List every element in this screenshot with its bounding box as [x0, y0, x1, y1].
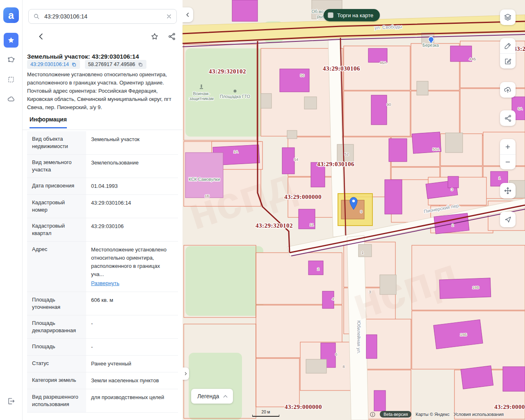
map-building: [287, 130, 297, 139]
tab-information[interactable]: Информация: [30, 116, 67, 128]
app-logo[interactable]: a: [3, 7, 19, 23]
auctions-on-map-toggle[interactable]: Торги на карте: [324, 9, 380, 21]
table-row: Площадь уточненная606 кв. м: [27, 292, 178, 315]
quarter-label: 43:29:030106: [323, 65, 360, 72]
info-label: Вид земельного участка: [27, 155, 86, 178]
favorites-button[interactable]: [4, 33, 18, 48]
building-number: 11: [310, 222, 314, 227]
table-row: Дата присвоения01.04.1993: [27, 178, 178, 195]
upload-button[interactable]: [500, 82, 516, 98]
search-input[interactable]: [43, 13, 162, 20]
pan-button[interactable]: [500, 183, 516, 199]
map-share-button[interactable]: [500, 110, 516, 126]
poi-label: КСК Самовулки: [189, 177, 220, 182]
info-label: Кадастровый номер: [27, 195, 86, 218]
yandex-copyright-link[interactable]: Карты © Яндекс: [415, 412, 450, 417]
expand-address-link[interactable]: Развернуть: [91, 279, 119, 288]
selection-tool-button[interactable]: [4, 72, 18, 87]
map-building: [306, 359, 326, 373]
layers-icon: [504, 13, 512, 21]
building-number: 1: [361, 250, 363, 255]
star-outline-icon: [151, 32, 159, 41]
search-bar: [28, 9, 177, 24]
cloud-upload-icon: [504, 86, 512, 94]
info-label: Площадь уточненная: [27, 292, 86, 315]
logout-button[interactable]: [4, 394, 18, 409]
building-number: 4: [332, 297, 334, 301]
building-number: 3: [369, 290, 371, 294]
scale-bar: 20 м: [252, 410, 279, 417]
plus-icon: [504, 143, 511, 151]
map-building: [461, 366, 493, 389]
left-rail: a: [0, 0, 23, 420]
cadastral-parcel: [256, 358, 299, 407]
layers-button[interactable]: [500, 9, 516, 25]
minus-icon: [504, 158, 511, 166]
zoom-in-button[interactable]: [500, 139, 516, 154]
street-label: Юбилейная ул.: [356, 320, 361, 354]
legend-button[interactable]: Легенда: [191, 389, 233, 404]
map-building: [380, 275, 396, 294]
scale-label: 20 м: [262, 410, 270, 414]
info-icon[interactable]: [370, 411, 376, 418]
building-number: 3: [451, 187, 453, 192]
locate-button[interactable]: [500, 212, 516, 227]
info-label: Площадь декларированная: [27, 315, 86, 338]
poi-label: Площадка ГТО: [220, 94, 250, 99]
back-button[interactable]: [37, 32, 46, 41]
measure-button[interactable]: [500, 38, 516, 53]
clear-search-button[interactable]: [166, 13, 172, 20]
building-number: 1: [498, 176, 500, 180]
info-label: Кадастровый квартал: [27, 218, 86, 241]
info-value: для производственных целей: [86, 389, 178, 412]
info-label: Категория земель: [27, 372, 86, 389]
expand-panel-button[interactable]: [183, 368, 189, 380]
info-label: Статус: [27, 356, 86, 372]
move-icon: [504, 187, 512, 195]
map-building: [304, 97, 317, 109]
edit-button[interactable]: [500, 53, 516, 68]
building-number: 1А: [233, 149, 238, 154]
page-title: Земельный участок: 43:29:030106:14: [27, 53, 179, 60]
table-row: Вид объекта недвижимостиЗемельный участо…: [27, 131, 178, 155]
coordinates-value: 58.276917 47.49586: [88, 62, 135, 67]
map-building: [232, 0, 258, 21]
building-number: 1Б: [205, 194, 210, 198]
building-number: 18Б: [460, 332, 467, 337]
back-icon: [37, 32, 46, 41]
building-number: 2: [317, 267, 319, 271]
table-row: Кадастровый номер43:29:030106:14: [27, 195, 178, 218]
quarter-label: 43:29:000000: [494, 404, 525, 410]
favorite-button[interactable]: [151, 32, 159, 41]
building-number: 9: [360, 209, 362, 214]
copy-icon[interactable]: [71, 62, 77, 67]
upload-control: [500, 82, 516, 98]
info-label: Вид разрешенного использования: [27, 389, 86, 412]
table-row: Категория земельЗемли населенных пунктов: [27, 372, 178, 389]
map-canvas[interactable]: нспднспдул. СвободыПионерский пер.Юбилей…: [183, 0, 525, 420]
draw-controls: [500, 38, 516, 68]
cadastral-number-value: 43:29:030106:14: [30, 62, 69, 67]
cadastral-parcel: [411, 91, 459, 136]
collapse-sidebar-button[interactable]: [183, 7, 193, 22]
copy-icon[interactable]: [138, 62, 143, 67]
zoom-out-button[interactable]: [500, 154, 516, 169]
auctions-checkbox[interactable]: [328, 12, 333, 18]
poi-label: Воинам-: [193, 91, 210, 96]
terms-link[interactable]: Условия использования: [454, 412, 504, 417]
table-row: АдресМестоположение установлено относите…: [27, 242, 178, 292]
map-building: [445, 133, 463, 153]
quarter-label: 43:29:000000: [285, 404, 322, 410]
coordinates-chip[interactable]: 58.276917 47.49586: [85, 60, 146, 69]
object-description: Местоположение установлено относительно …: [27, 71, 178, 112]
poi-label: Берёзка: [422, 43, 439, 48]
share-icon: [168, 32, 176, 41]
cloud-button[interactable]: [4, 92, 18, 107]
share-control: [500, 110, 516, 126]
polygon-tool-button[interactable]: [4, 52, 18, 67]
cadastral-number-chip[interactable]: 43:29:030106:14: [27, 60, 80, 69]
quarter-label: 43:29:320102: [209, 68, 246, 75]
share-button[interactable]: [168, 32, 176, 41]
quarter-label: 43:29:030106: [317, 161, 354, 167]
building-number: 2: [452, 223, 454, 227]
